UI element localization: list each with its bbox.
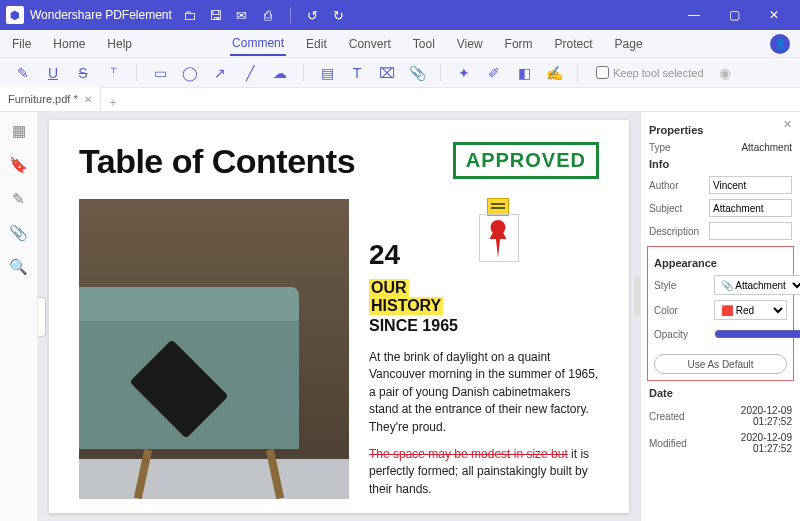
stamp-icon[interactable]: ✦ <box>455 64 473 82</box>
callout-icon[interactable]: 📎 <box>408 64 426 82</box>
maximize-icon[interactable]: ▢ <box>714 0 754 30</box>
subject-label: Subject <box>649 203 703 214</box>
window-controls: ― ▢ ✕ <box>674 0 794 30</box>
left-panel-handle[interactable] <box>38 297 46 337</box>
appearance-group: Appearance Style 📎 Attachment Color 🟥 Re… <box>647 246 794 381</box>
underline-icon[interactable]: U <box>44 64 62 82</box>
user-avatar-icon[interactable]: 👤 <box>770 34 790 54</box>
menu-form[interactable]: Form <box>503 33 535 55</box>
tab-close-icon[interactable]: ✕ <box>84 94 92 105</box>
author-input[interactable] <box>709 176 792 194</box>
highlight-annotation[interactable]: HISTORY <box>369 297 443 315</box>
print-icon[interactable]: ⎙ <box>260 7 276 23</box>
menu-home[interactable]: Home <box>51 33 87 55</box>
textbox-icon[interactable]: ⌧ <box>378 64 396 82</box>
menu-bar: File Home Help Comment Edit Convert Tool… <box>0 30 800 58</box>
tab-furniture[interactable]: Furniture.pdf * ✕ <box>0 87 101 111</box>
menu-view[interactable]: View <box>455 33 485 55</box>
add-tab-icon[interactable]: ＋ <box>101 94 125 111</box>
separator <box>440 64 441 82</box>
description-input[interactable] <box>709 222 792 240</box>
opacity-label: Opacity <box>654 329 708 340</box>
app-logo-icon: ⬢ <box>6 6 24 24</box>
info-title: Info <box>649 158 792 170</box>
typewriter-icon[interactable]: T <box>348 64 366 82</box>
comment-toolbar: ✎ U S ᵀ ▭ ◯ ↗ ╱ ☁ ▤ T ⌧ 📎 ✦ ✐ ◧ ✍ Keep t… <box>0 58 800 88</box>
menu-file[interactable]: File <box>10 33 33 55</box>
highlight-annotation[interactable]: OUR <box>369 279 409 297</box>
keep-tool-checkbox[interactable] <box>596 66 609 79</box>
date-title: Date <box>649 387 792 399</box>
minimize-icon[interactable]: ― <box>674 0 714 30</box>
separator <box>136 64 137 82</box>
body-text: At the brink of daylight on a quaint Van… <box>369 349 599 436</box>
menu-edit[interactable]: Edit <box>304 33 329 55</box>
panel-title: Properties <box>649 124 792 136</box>
eraser-icon[interactable]: ◧ <box>515 64 533 82</box>
modified-value: 2020-12-09 01:27:52 <box>709 432 792 454</box>
document-viewport[interactable]: Table of Contents APPROVED 24 OUR HISTOR… <box>38 112 640 521</box>
keep-tool-selected[interactable]: Keep tool selected <box>596 66 704 79</box>
caret-icon[interactable]: ᵀ <box>104 64 122 82</box>
pushpin-icon[interactable] <box>485 220 511 258</box>
panel-close-icon[interactable]: ✕ <box>783 118 792 131</box>
menu-comment[interactable]: Comment <box>230 32 286 56</box>
signature-icon[interactable]: ✍ <box>545 64 563 82</box>
body-text: The space may be modest in size but it i… <box>369 446 599 498</box>
type-value: Attachment <box>709 142 792 153</box>
mail-icon[interactable]: ✉ <box>234 7 250 23</box>
undo-icon[interactable]: ↺ <box>305 7 321 23</box>
pdf-page: Table of Contents APPROVED 24 OUR HISTOR… <box>49 120 629 513</box>
highlight-icon[interactable]: ✎ <box>14 64 32 82</box>
tab-label: Furniture.pdf * <box>8 93 78 105</box>
quick-access-toolbar: 🗀 🖫 ✉ ⎙ ↺ ↻ <box>182 7 347 23</box>
color-select[interactable]: 🟥 Red <box>714 300 787 320</box>
bookmark-icon[interactable]: 🔖 <box>9 156 28 174</box>
menu-help[interactable]: Help <box>105 33 134 55</box>
strikethrough-icon[interactable]: S <box>74 64 92 82</box>
opacity-slider[interactable] <box>714 326 800 342</box>
search-icon[interactable]: 🔍 <box>9 258 28 276</box>
created-label: Created <box>649 411 703 422</box>
hide-comments-icon[interactable]: ◉ <box>716 64 734 82</box>
document-tabs: Furniture.pdf * ✕ ＋ <box>0 88 800 112</box>
menu-tool[interactable]: Tool <box>411 33 437 55</box>
save-icon[interactable]: 🖫 <box>208 7 224 23</box>
pencil-icon[interactable]: ✐ <box>485 64 503 82</box>
arrow-icon[interactable]: ↗ <box>211 64 229 82</box>
approved-stamp[interactable]: APPROVED <box>453 142 599 179</box>
close-icon[interactable]: ✕ <box>754 0 794 30</box>
style-label: Style <box>654 280 708 291</box>
menu-protect[interactable]: Protect <box>553 33 595 55</box>
attachments-icon[interactable]: 📎 <box>9 224 28 242</box>
menu-convert[interactable]: Convert <box>347 33 393 55</box>
appearance-title: Appearance <box>654 257 787 269</box>
open-icon[interactable]: 🗀 <box>182 7 198 23</box>
use-as-default-button[interactable]: Use As Default <box>654 354 787 374</box>
subject-input[interactable] <box>709 199 792 217</box>
redo-icon[interactable]: ↻ <box>331 7 347 23</box>
separator <box>577 64 578 82</box>
oval-icon[interactable]: ◯ <box>181 64 199 82</box>
note-icon[interactable]: ▤ <box>318 64 336 82</box>
modified-label: Modified <box>649 438 703 449</box>
strikeout-annotation[interactable]: The space may be modest in size but <box>369 447 568 461</box>
app-title: Wondershare PDFelement <box>30 8 172 22</box>
properties-panel: ✕ Properties Type Attachment Info Author… <box>640 112 800 521</box>
keep-tool-label: Keep tool selected <box>613 67 704 79</box>
comments-panel-icon[interactable]: ✎ <box>12 190 25 208</box>
type-label: Type <box>649 142 703 153</box>
description-label: Description <box>649 226 703 237</box>
furniture-image <box>79 199 349 499</box>
author-label: Author <box>649 180 703 191</box>
color-label: Color <box>654 305 708 316</box>
style-select[interactable]: 📎 Attachment <box>714 275 800 295</box>
thumbnails-icon[interactable]: ▦ <box>12 122 26 140</box>
title-bar: ⬢ Wondershare PDFelement 🗀 🖫 ✉ ⎙ ↺ ↻ ― ▢… <box>0 0 800 30</box>
cloud-icon[interactable]: ☁ <box>271 64 289 82</box>
rectangle-icon[interactable]: ▭ <box>151 64 169 82</box>
line-icon[interactable]: ╱ <box>241 64 259 82</box>
created-value: 2020-12-09 01:27:52 <box>709 405 792 427</box>
menu-page[interactable]: Page <box>613 33 645 55</box>
separator <box>303 64 304 82</box>
